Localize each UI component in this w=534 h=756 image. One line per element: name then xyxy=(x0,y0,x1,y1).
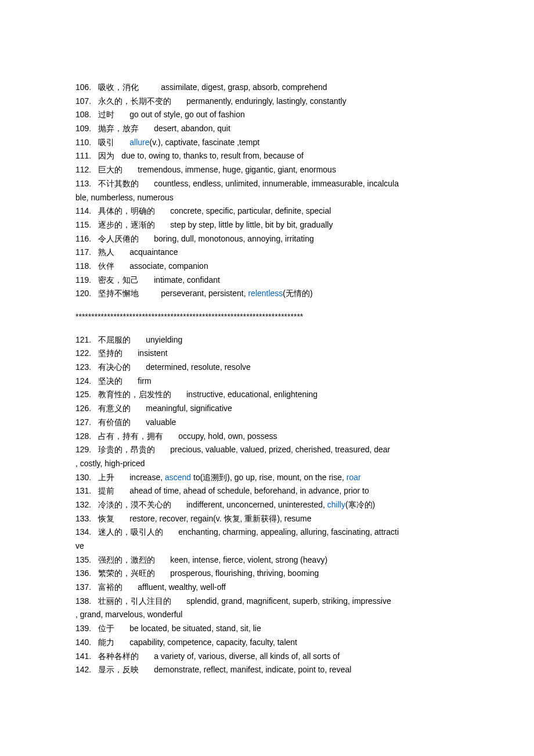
chinese-term: 上升 xyxy=(98,473,114,482)
vocabulary-entry: 130.上升increase, ascend to(追溯到), go up, r… xyxy=(75,471,459,484)
chinese-term: 逐步的，逐渐的 xyxy=(98,220,155,229)
english-definition: keen, intense, fierce, violent, strong (… xyxy=(170,555,327,564)
highlighted-term: chilly xyxy=(327,500,345,509)
entry-number: 128. xyxy=(75,431,91,441)
english-definition: instructive, educational, enlightening xyxy=(186,390,317,399)
entry-number: 120. xyxy=(75,289,91,298)
chinese-term: 有意义的 xyxy=(98,404,131,413)
vocabulary-entry: 142.显示，反映demonstrate, reflect, manifest,… xyxy=(75,664,459,676)
vocabulary-entry: 135.强烈的，激烈的keen, intense, fierce, violen… xyxy=(75,554,459,567)
entry-number: 138. xyxy=(75,596,91,606)
chinese-term: 显示，反映 xyxy=(98,665,139,674)
vocabulary-entry: 137.富裕的affluent, wealthy, well-off xyxy=(75,581,459,594)
entry-number: 111. xyxy=(75,151,91,160)
vocabulary-entry: 140.能力capability, competence, capacity, … xyxy=(75,636,459,649)
chinese-term: 恢复 xyxy=(98,514,114,523)
entry-number: 130. xyxy=(75,473,91,482)
english-definition: to(追溯到), go up, rise, mount, on the rise… xyxy=(191,473,347,482)
english-definition: capability, competence, capacity, facult… xyxy=(129,638,297,647)
english-definition: tremendous, immense, huge, gigantic, gia… xyxy=(138,165,336,174)
chinese-term: 有价值的 xyxy=(98,417,131,427)
entry-number: 121. xyxy=(75,335,91,344)
entry-number: 112. xyxy=(75,165,91,174)
vocabulary-entry: 141.各种各样的a variety of, various, diverse,… xyxy=(75,650,459,663)
highlighted-term: allure xyxy=(129,138,149,147)
section-divider: ****************************************… xyxy=(75,311,459,323)
chinese-term: 坚决的 xyxy=(98,376,122,386)
english-definition: boring, dull, monotonous, annoying, irri… xyxy=(154,234,314,243)
chinese-term: 能力 xyxy=(98,638,114,647)
chinese-term: 抛弃，放弃 xyxy=(98,124,139,133)
vocabulary-entry: 139.位于be located, be situated, stand, si… xyxy=(75,622,459,635)
vocabulary-entry: 121.不屈服的unyielding xyxy=(75,334,459,347)
entry-number: 117. xyxy=(75,247,91,257)
chinese-term: 伙伴 xyxy=(98,261,114,271)
english-definition: acquaintance xyxy=(129,247,178,257)
english-definition: indifferent, unconcerned, uninterested, xyxy=(186,500,327,509)
chinese-term: 壮丽的，引人注目的 xyxy=(98,596,171,606)
vocabulary-entry: 117.熟人acquaintance xyxy=(75,246,459,259)
entry-number: 139. xyxy=(75,624,91,633)
english-definition: associate, companion xyxy=(129,261,208,271)
continuation-line: , costly, high-priced xyxy=(75,458,459,470)
continuation-line: ble, numberless, numerous xyxy=(75,192,459,204)
english-definition: concrete, specific, particular, definite… xyxy=(170,206,331,215)
vocabulary-entry: 113.不计其数的countless, endless, unlimited, … xyxy=(75,178,459,190)
vocabulary-entry: 106.吸收，消化assimilate, digest, grasp, abso… xyxy=(75,81,459,94)
english-definition: unyielding xyxy=(146,335,182,344)
vocabulary-entry: 118.伙伴associate, companion xyxy=(75,260,459,273)
english-definition: assimilate, digest, grasp, absorb, compr… xyxy=(161,82,327,92)
vocabulary-entry: 123.有决心的determined, resolute, resolve xyxy=(75,361,459,374)
vocabulary-entry: 125.教育性的，启发性的instructive, educational, e… xyxy=(75,388,459,401)
chinese-term: 繁荣的，兴旺的 xyxy=(98,568,155,578)
chinese-term: 坚持的 xyxy=(98,348,122,358)
english-definition: splendid, grand, magnificent, superb, st… xyxy=(186,596,391,606)
chinese-term: 吸引 xyxy=(98,138,114,147)
chinese-term: 具体的，明确的 xyxy=(98,206,155,215)
entry-number: 142. xyxy=(75,665,91,674)
entry-number: 119. xyxy=(75,275,91,285)
chinese-term: 吸收，消化 xyxy=(98,82,139,92)
vocabulary-entry: 136.繁荣的，兴旺的prosperous, flourishing, thri… xyxy=(75,567,459,580)
vocabulary-entry: 107.永久的，长期不变的permanently, enduringly, la… xyxy=(75,95,459,108)
chinese-term: 坚持不懈地 xyxy=(98,289,139,298)
vocabulary-entry: 129.珍贵的，昂贵的precious, valuable, valued, p… xyxy=(75,444,459,456)
english-definition: occupy, hold, own, possess xyxy=(178,431,277,441)
entry-number: 125. xyxy=(75,390,91,399)
chinese-term: 占有，持有，拥有 xyxy=(98,431,163,441)
english-definition: insistent xyxy=(138,348,167,358)
chinese-term: 过时 xyxy=(98,110,114,119)
highlighted-term: roar xyxy=(347,473,361,482)
vocabulary-entry: 115.逐步的，逐渐的step by step, little by littl… xyxy=(75,219,459,232)
highlighted-term: ascend xyxy=(165,473,191,482)
english-definition: increase, xyxy=(129,473,165,482)
english-definition: go out of style, go out of fashion xyxy=(129,110,244,119)
chinese-term: 不计其数的 xyxy=(98,179,139,188)
english-definition: intimate, confidant xyxy=(154,275,220,285)
continuation-line: , grand, marvelous, wonderful xyxy=(75,609,459,621)
vocabulary-entry: 109.抛弃，放弃desert, abandon, quit xyxy=(75,123,459,135)
english-definition: step by step, little by little, bit by b… xyxy=(170,220,333,229)
chinese-term: 密友，知己 xyxy=(98,275,139,285)
vocabulary-entry: 138.壮丽的，引人注目的splendid, grand, magnificen… xyxy=(75,595,459,608)
entry-number: 140. xyxy=(75,638,91,647)
entry-number: 109. xyxy=(75,124,91,133)
vocabulary-entry: 114.具体的，明确的concrete, specific, particula… xyxy=(75,205,459,218)
vocabulary-entry: 110.吸引allure(v.), captivate, fascinate ,… xyxy=(75,136,459,149)
entry-number: 107. xyxy=(75,96,91,106)
chinese-term: 永久的，长期不变的 xyxy=(98,96,171,106)
vocabulary-entry: 112.巨大的tremendous, immense, huge, gigant… xyxy=(75,164,459,177)
entry-number: 127. xyxy=(75,417,91,427)
entry-number: 114. xyxy=(75,206,91,215)
english-definition: demonstrate, reflect, manifest, indicate… xyxy=(154,665,351,674)
english-definition: (无情的) xyxy=(283,289,312,298)
entry-number: 133. xyxy=(75,514,91,523)
vocabulary-entry: 134.迷人的，吸引人的enchanting, charming, appeal… xyxy=(75,526,459,539)
entry-number: 131. xyxy=(75,486,91,495)
vocabulary-entry: 122.坚持的insistent xyxy=(75,347,459,360)
vocabulary-entry: 119.密友，知己intimate, confidant xyxy=(75,274,459,287)
vocabulary-entry: 133.恢复restore, recover, regain(v. 恢复, 重新… xyxy=(75,513,459,525)
entry-number: 136. xyxy=(75,568,91,578)
entry-number: 116. xyxy=(75,234,91,243)
english-definition: prosperous, flourishing, thriving, boomi… xyxy=(170,568,319,578)
